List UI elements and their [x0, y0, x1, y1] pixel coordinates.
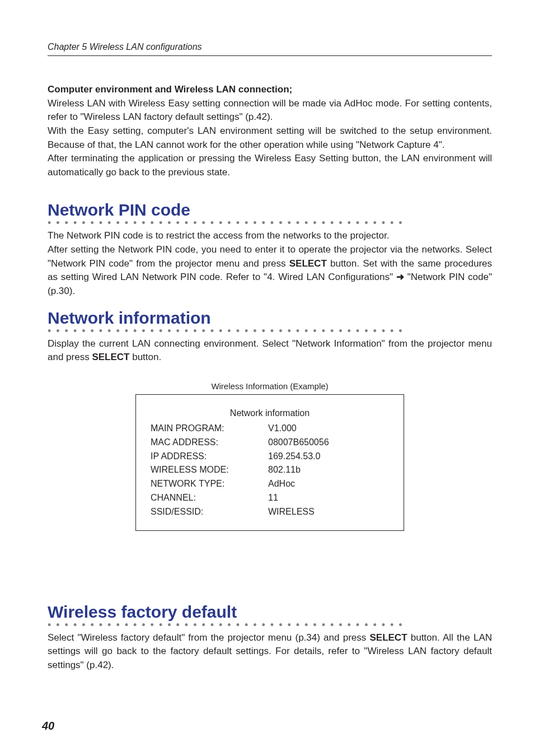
table-row: WIRELESS MODE: 802.11b — [151, 463, 389, 477]
info-select: SELECT — [92, 352, 129, 362]
box-title: Network information — [151, 408, 389, 418]
network-info-box: Network information MAIN PROGRAM: V1.000… — [135, 394, 404, 531]
arrow-icon: ➜ — [396, 272, 404, 282]
chapter-header: Chapter 5 Wireless LAN configurations — [48, 42, 492, 56]
info-body: Display the current LAN connecting envir… — [48, 337, 492, 365]
table-row: CHANNEL: 11 — [151, 491, 389, 505]
row-label: NETWORK TYPE: — [151, 477, 268, 491]
row-value: V1.000 — [268, 422, 389, 436]
intro-block: Computer environment and Wireless LAN co… — [48, 83, 492, 179]
table-row: SSID/ESSID: WIRELESS — [151, 505, 389, 519]
table-row: IP ADDRESS: 169.254.53.0 — [151, 450, 389, 464]
factory-p1a: Select "Wireless factory default" from t… — [48, 632, 369, 643]
pin-title: Network PIN code — [48, 200, 492, 220]
factory-body: Select "Wireless factory default" from t… — [48, 631, 492, 673]
row-value: 08007B650056 — [268, 436, 389, 450]
factory-select: SELECT — [369, 632, 407, 643]
pin-select: SELECT — [289, 258, 327, 269]
info-title: Network information — [48, 309, 492, 328]
divider-dots: ••••••••••••••••••••••••••••••••••••••••… — [48, 623, 492, 628]
table-row: MAC ADDRESS: 08007B650056 — [151, 436, 389, 450]
table-row: MAIN PROGRAM: V1.000 — [151, 422, 389, 436]
page-number: 40 — [42, 720, 54, 732]
row-value: 802.11b — [268, 463, 389, 477]
intro-heading: Computer environment and Wireless LAN co… — [48, 83, 492, 97]
example-label: Wireless Information (Example) — [48, 381, 492, 391]
divider-dots: ••••••••••••••••••••••••••••••••••••••••… — [48, 221, 492, 226]
row-value: WIRELESS — [268, 505, 389, 519]
factory-title: Wireless factory default — [48, 603, 492, 622]
row-label: MAIN PROGRAM: — [151, 422, 268, 436]
row-label: CHANNEL: — [151, 491, 268, 505]
table-row: NETWORK TYPE: AdHoc — [151, 477, 389, 491]
intro-p3: After terminating the application or pre… — [48, 152, 492, 179]
divider-dots: ••••••••••••••••••••••••••••••••••••••••… — [48, 329, 492, 334]
pin-body: The Network PIN code is to restrict the … — [48, 229, 492, 298]
row-label: IP ADDRESS: — [151, 450, 268, 464]
row-value: 169.254.53.0 — [268, 450, 389, 464]
intro-p1: Wireless LAN with Wireless Easy setting … — [48, 97, 492, 124]
row-value: 11 — [268, 491, 389, 505]
info-p1c: button. — [129, 352, 161, 362]
row-value: AdHoc — [268, 477, 389, 491]
intro-p2: With the Easy setting, computer's LAN en… — [48, 124, 492, 152]
row-label: MAC ADDRESS: — [151, 436, 268, 450]
pin-p1: The Network PIN code is to restrict the … — [48, 230, 389, 241]
row-label: SSID/ESSID: — [151, 505, 268, 519]
row-label: WIRELESS MODE: — [151, 463, 268, 477]
